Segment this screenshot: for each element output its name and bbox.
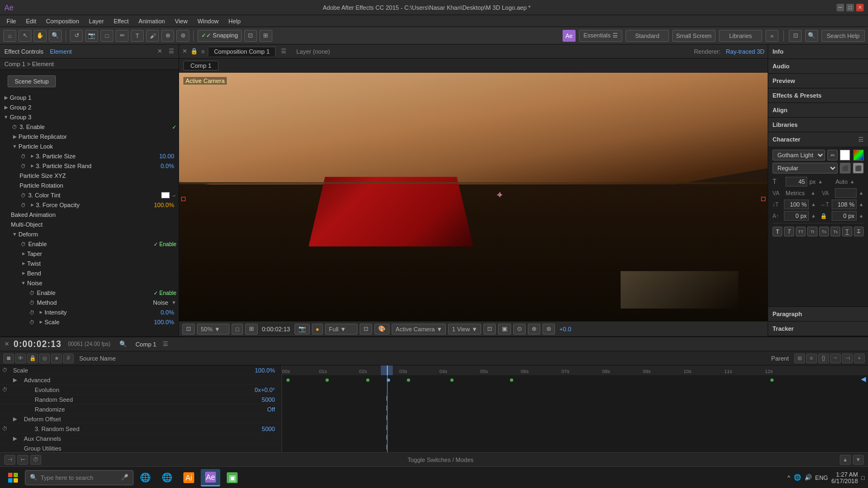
notification-icon[interactable]: □ <box>861 474 865 481</box>
comp1-tab[interactable]: Comp 1 <box>183 61 219 70</box>
grid-view-btn[interactable]: ⊡ <box>182 324 195 335</box>
tl-modes-btn[interactable]: ≡ <box>806 354 817 363</box>
tree-taper[interactable]: ▶ Taper <box>0 249 178 259</box>
extend-btn[interactable]: » <box>765 30 778 42</box>
pixel-btn[interactable]: ⊡ <box>360 324 372 335</box>
stamp-tool[interactable]: ⊕ <box>161 30 174 42</box>
tracker-header[interactable]: Tracker <box>768 322 868 336</box>
paragraph-header[interactable]: Paragraph <box>768 307 868 321</box>
tree-color-tint[interactable]: ⏱ 3. Color Tint → <box>0 190 178 200</box>
tree-noise-enable[interactable]: ⏱ Enable ✓ Enable <box>0 288 178 298</box>
network-icon[interactable]: 🌐 <box>794 474 801 481</box>
tree-particle-size[interactable]: ⏱ ▶ 3. Particle Size 10.00 <box>0 151 178 161</box>
libraries-header[interactable]: Libraries <box>768 118 868 132</box>
tree-noise-intensity[interactable]: ⏱ ▶ Intensity 0.0% <box>0 307 178 317</box>
minimize-button[interactable]: ─ <box>837 4 844 11</box>
pen-tool[interactable]: ✏ <box>116 30 129 42</box>
region-btn[interactable]: □ <box>232 324 243 335</box>
character-menu-icon[interactable]: ☰ <box>858 136 864 143</box>
zoom-dropdown[interactable]: 50% ▼ <box>197 324 229 335</box>
libraries-btn[interactable]: Libraries <box>719 30 762 42</box>
kerning-arrow[interactable]: ▲ <box>810 190 815 196</box>
zoom-tool[interactable]: 🔍 <box>49 30 62 42</box>
channel-btn[interactable]: 🎨 <box>374 324 390 335</box>
hand-tool[interactable]: ✋ <box>34 30 47 42</box>
camera-tool[interactable]: 📷 <box>85 30 98 42</box>
effect-controls-tab[interactable]: Effect Controls <box>4 48 43 55</box>
tl-trim-btn[interactable]: ⊣ <box>842 354 853 363</box>
color-btn[interactable]: ● <box>312 324 323 335</box>
menu-file[interactable]: File <box>2 17 21 25</box>
tl-motion-btn[interactable]: ~ <box>830 354 841 363</box>
font-size-input[interactable] <box>786 177 807 187</box>
tl-nav-btn5[interactable]: ▼ <box>853 455 864 465</box>
color-swatch[interactable] <box>161 192 170 198</box>
horiz-arrow[interactable]: ▲ <box>859 213 864 219</box>
menu-effect[interactable]: Effect <box>109 17 133 25</box>
taskbar-app6[interactable]: ▣ <box>222 469 242 486</box>
reset-btn[interactable]: ⊛ <box>542 324 555 335</box>
dropdown-icon[interactable]: ▼ <box>171 300 176 305</box>
baseline-arrow[interactable]: ▲ <box>811 213 816 219</box>
font-style-select[interactable]: Regular <box>773 163 838 174</box>
sub-btn[interactable]: Ts <box>831 227 840 236</box>
tl-star-btn[interactable]: ★ <box>51 354 62 363</box>
layer-random-seed-3[interactable]: ⏱ 3. Random Seed 5000 <box>0 424 282 434</box>
tree-group3[interactable]: ▼ Group 3 <box>0 112 178 122</box>
camera-dropdown[interactable]: Active Camera ▼ <box>392 324 446 335</box>
layer-evolution[interactable]: ⏱ Evolution 0x+0.0° <box>0 385 282 395</box>
tl-switches-btn[interactable]: ⊞ <box>794 354 805 363</box>
tree-force-opacity[interactable]: ⏱ ▶ 3. Force Opacity 100.0% <box>0 200 178 210</box>
view-btn3[interactable]: ▣ <box>498 324 511 335</box>
underline-btn[interactable]: T <box>842 227 852 236</box>
tl-nav-btn4[interactable]: ▲ <box>840 455 851 465</box>
snapping-toggle[interactable]: ✓ ✓ Snapping <box>197 30 242 42</box>
panel-close-icon[interactable]: ✕ <box>182 48 187 55</box>
strikethrough-btn[interactable]: T <box>854 227 864 236</box>
tl-eye-btn[interactable]: 👁 <box>15 354 26 363</box>
kerning-arrow2[interactable]: ▲ <box>859 190 864 196</box>
tree-noise[interactable]: ▼ Noise <box>0 278 178 288</box>
tl-close-icon[interactable]: ✕ <box>4 341 9 348</box>
tree-particle-size-rand[interactable]: ⏱ ▶ 3. Particle Size Rand 0.0% <box>0 161 178 171</box>
view-btn5[interactable]: ⊕ <box>528 324 540 335</box>
tree-group1[interactable]: ▶ Group 1 <box>0 93 178 102</box>
caps-btn[interactable]: TT <box>796 227 806 236</box>
tl-play-btn[interactable]: ⏹ <box>3 354 14 363</box>
scene-setup-button[interactable]: Scene Setup <box>8 75 56 87</box>
tree-baked-animation[interactable]: Baked Animation <box>0 210 178 220</box>
pixel-icon[interactable]: ⊡ <box>789 30 802 42</box>
horiz-input[interactable] <box>832 211 857 221</box>
super-btn[interactable]: Ts <box>819 227 829 236</box>
size-arrow-up[interactable]: ▲ <box>818 179 823 184</box>
menu-view[interactable]: View <box>170 17 192 25</box>
layer-group-utilities[interactable]: Group Utilities <box>0 444 282 452</box>
panel-menu-icon2[interactable]: ≡ <box>201 48 205 55</box>
taskbar-search[interactable]: 🔍 Type here to search 🎤 <box>25 470 133 485</box>
volume-icon[interactable]: 🔊 <box>805 474 812 481</box>
stroke-color-swatch[interactable] <box>853 150 864 160</box>
preview-header[interactable]: Preview <box>768 74 868 88</box>
tsscale-input[interactable] <box>832 200 857 209</box>
view-btn2[interactable]: ⊡ <box>483 324 496 335</box>
search-icon[interactable]: 🔍 <box>805 30 818 42</box>
camera-btn[interactable]: 📷 <box>295 324 310 335</box>
leading-input[interactable] <box>784 200 809 209</box>
taskbar-chrome1[interactable]: 🌐 <box>136 469 155 486</box>
audio-header[interactable]: Audio <box>768 59 868 73</box>
panel-lock-icon[interactable]: 🔒 <box>190 48 198 55</box>
shape-tool[interactable]: □ <box>100 30 113 42</box>
leading-arrow[interactable]: ▲ <box>811 202 816 207</box>
rotation-tool[interactable]: ↺ <box>70 30 83 42</box>
tl-lock-btn[interactable]: 🔒 <box>27 354 38 363</box>
tl-nav-btn3[interactable]: ⏱ <box>30 455 41 465</box>
layer-random-seed[interactable]: Random Seed 5000 <box>0 395 282 404</box>
small-caps-btn[interactable]: Tt <box>807 227 817 236</box>
menu-composition[interactable]: Composition <box>42 17 84 25</box>
menu-animation[interactable]: Animation <box>134 17 169 25</box>
small-screen-btn[interactable]: Small Screen <box>672 30 716 42</box>
tl-add-layer-btn[interactable]: + <box>854 354 865 363</box>
panel-menu-icon[interactable]: ☰ <box>169 48 174 55</box>
text-tool[interactable]: T <box>131 30 144 42</box>
bold-btn[interactable]: T <box>773 227 782 236</box>
